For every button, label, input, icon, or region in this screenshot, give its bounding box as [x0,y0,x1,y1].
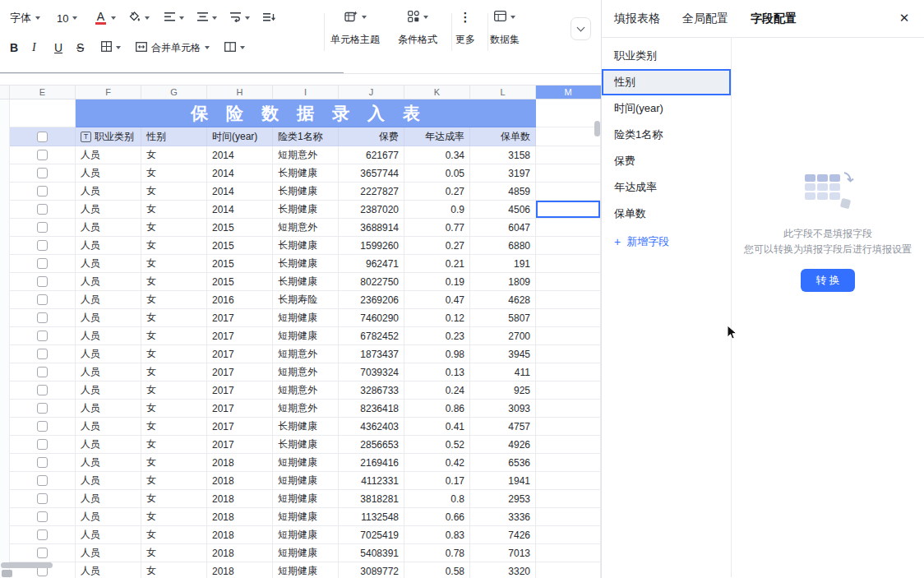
table-cell[interactable]: 短期意外 [273,219,339,237]
header-cell[interactable]: 险类1名称 [273,127,339,146]
table-cell[interactable]: 人员 [76,381,141,400]
table-cell[interactable] [536,544,601,562]
column-header[interactable]: K [404,86,470,99]
table-cell[interactable] [536,436,601,454]
title-row-empty-cell[interactable] [536,99,601,127]
table-cell[interactable]: 0.58 [404,562,470,578]
table-cell[interactable]: 长期健康 [273,255,339,273]
table-cell[interactable]: 2016 [207,291,273,309]
more-button[interactable]: ⋮ 更多 [455,10,475,47]
row-checkbox[interactable] [37,204,48,215]
table-cell[interactable]: 短期健康 [273,327,339,345]
table-cell[interactable] [536,273,601,291]
bold-button[interactable]: B [10,41,23,54]
header-cell[interactable]: 保单数 [470,127,536,146]
table-cell[interactable] [536,309,601,327]
row-checkbox[interactable] [37,349,48,359]
table-cell[interactable]: 2018 [207,508,273,526]
column-header[interactable]: G [141,86,207,99]
table-cell[interactable]: 2014 [207,183,273,201]
convert-button[interactable]: 转 换 [801,269,855,292]
border-dropdown[interactable] [101,41,121,54]
table-cell[interactable] [536,183,601,201]
table-cell[interactable] [536,490,601,508]
column-header[interactable]: F [76,86,141,99]
table-cell[interactable]: 2018 [207,562,273,578]
table-cell[interactable]: 长期健康 [273,273,339,291]
tab-field-config[interactable]: 字段配置 [751,12,797,26]
close-icon[interactable]: ✕ [896,11,912,25]
table-cell[interactable]: 2014 [207,164,273,183]
table-cell[interactable]: 女 [141,562,207,578]
table-cell[interactable]: 2015 [207,219,273,237]
table-cell[interactable]: 女 [141,237,207,255]
row-checkbox[interactable] [37,276,48,287]
merge-cells-dropdown[interactable]: 合并单元格 [136,41,210,55]
table-cell[interactable]: 人员 [76,508,141,526]
table-cell[interactable]: 人员 [76,291,141,309]
table-cell[interactable]: 2017 [207,436,273,454]
field-item[interactable]: 年达成率 [602,174,731,201]
table-cell[interactable]: 1941 [470,472,536,490]
field-item[interactable]: 职业类别 [602,43,731,69]
table-cell[interactable]: 0.24 [404,381,470,400]
table-cell[interactable]: 女 [141,273,207,291]
table-cell[interactable]: 2017 [207,345,273,363]
vertical-align-dropdown[interactable] [197,12,217,24]
row-checkbox[interactable] [37,150,48,160]
table-cell[interactable]: 短期健康 [273,454,339,472]
table-cell[interactable] [536,327,601,345]
sheet-title[interactable]: 保险数据录入表 [76,99,536,127]
header-row-empty-cell[interactable] [536,127,601,146]
table-cell[interactable]: 0.8 [404,490,470,508]
row-checkbox[interactable] [37,529,48,540]
table-cell[interactable]: 女 [141,544,207,562]
table-cell[interactable]: 2953 [470,490,536,508]
column-header[interactable]: J [339,86,404,99]
table-cell[interactable]: 7013 [470,544,536,562]
table-cell[interactable]: 0.13 [404,363,470,381]
table-cell[interactable]: 长期寿险 [273,291,339,309]
table-cell[interactable] [536,472,601,490]
table-cell[interactable] [536,526,601,544]
table-cell[interactable]: 4859 [470,183,536,201]
table-cell[interactable]: 4506 [470,201,536,219]
header-cell[interactable]: 年达成率 [404,127,470,146]
table-cell[interactable] [536,291,601,309]
row-checkbox[interactable] [37,222,48,233]
table-cell[interactable]: 人员 [76,183,141,201]
header-cell[interactable]: 性别 [141,127,207,146]
table-cell[interactable]: 人员 [76,164,141,183]
table-cell[interactable]: 人员 [76,472,141,490]
row-checkbox[interactable] [37,168,48,178]
table-cell[interactable]: 人员 [76,562,141,578]
table-cell[interactable]: 2017 [207,309,273,327]
font-color-button[interactable]: A [94,12,116,25]
table-cell[interactable]: 女 [141,309,207,327]
table-cell[interactable]: 女 [141,363,207,381]
table-cell[interactable]: 2017 [207,363,273,381]
table-cell[interactable] [536,219,601,237]
table-cell[interactable]: 4112331 [339,472,404,490]
sort-button[interactable] [263,12,275,25]
table-cell[interactable]: 人员 [76,490,141,508]
table-cell[interactable]: 短期健康 [273,526,339,544]
table-cell[interactable]: 短期健康 [273,544,339,562]
table-cell[interactable]: 962471 [339,255,404,273]
dataset-button[interactable]: 数据集 [490,10,520,47]
cell-theme-button[interactable]: 单元格主题 [330,10,380,47]
table-cell[interactable]: 女 [141,201,207,219]
table-cell[interactable]: 短期健康 [273,490,339,508]
table-cell[interactable]: 2018 [207,526,273,544]
table-cell[interactable]: 3688914 [339,219,404,237]
field-item[interactable]: 险类1名称 [602,122,731,148]
table-cell[interactable] [536,363,601,381]
horizontal-align-dropdown[interactable] [164,12,184,24]
table-cell[interactable]: 0.17 [404,472,470,490]
table-cell[interactable]: 2700 [470,327,536,345]
table-cell[interactable]: 0.52 [404,436,470,454]
column-header[interactable]: I [273,86,339,99]
table-cell[interactable]: 0.41 [404,418,470,436]
strikethrough-button[interactable]: S [76,41,90,54]
split-cells-dropdown[interactable] [224,42,245,54]
